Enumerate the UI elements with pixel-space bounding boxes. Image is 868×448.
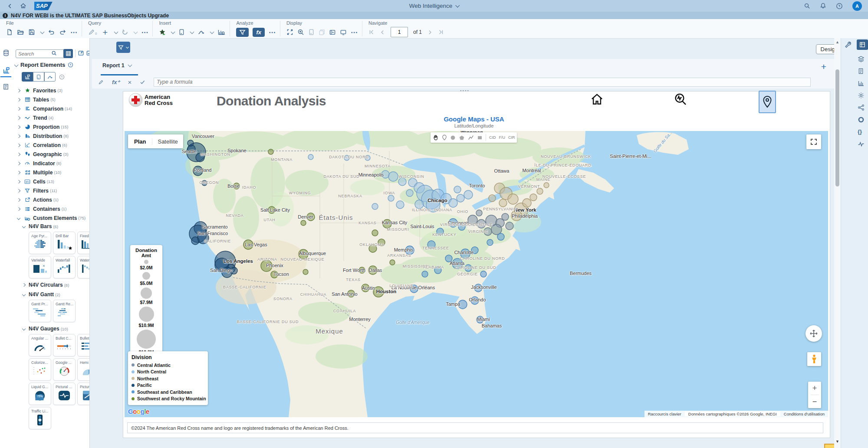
grid-view-button[interactable]: [63, 49, 73, 58]
document-structure-icon[interactable]: [858, 68, 864, 75]
element-card-google-gauge[interactable]: Google ...: [53, 358, 76, 381]
element-card-angular-gauge[interactable]: Angular ...: [29, 334, 51, 356]
element-card-bullet-chart[interactable]: Bullet C...: [53, 334, 76, 356]
refresh-chevron-icon[interactable]: [134, 29, 138, 34]
element-card-gantt-resource[interactable]: Gantt Re...: [53, 300, 76, 322]
cell-elements-toggle[interactable]: [33, 72, 44, 82]
page-mode-icon[interactable]: [308, 29, 315, 36]
donut-chart-icon[interactable]: [858, 116, 865, 123]
element-card-pictural-pulse[interactable]: Pictural ...: [53, 383, 76, 405]
product-title[interactable]: Web Intelligence: [409, 3, 459, 9]
tree-group-indicator[interactable]: Indicator(8): [12, 159, 89, 168]
save-chevron-icon[interactable]: [40, 29, 45, 34]
expand-panel-icon[interactable]: [78, 50, 84, 56]
search-icon[interactable]: [804, 3, 810, 9]
insert-shape-icon[interactable]: [197, 29, 205, 36]
undo-icon[interactable]: [48, 29, 55, 36]
pegman-control[interactable]: [807, 352, 821, 366]
tree-group-trend[interactable]: Trend(4): [12, 113, 89, 122]
tree-group-proportion[interactable]: Proportion(15): [12, 122, 89, 131]
formula-editor-icon[interactable]: fx⁺: [112, 79, 120, 85]
panel-help-icon[interactable]: [68, 62, 73, 68]
formula-edit-icon[interactable]: [98, 79, 106, 85]
fullscreen-button[interactable]: [806, 134, 821, 149]
new-document-icon[interactable]: [6, 29, 13, 36]
home-nav-icon[interactable]: [20, 3, 26, 9]
pin-panel-icon[interactable]: [86, 50, 90, 56]
previous-page-icon[interactable]: [380, 29, 385, 35]
toggles-help-icon[interactable]: [59, 74, 65, 80]
insert-shape-chevron-icon[interactable]: [210, 29, 214, 34]
scroll-down-icon[interactable]: ▼: [835, 439, 839, 444]
first-page-icon[interactable]: [368, 29, 375, 35]
mode-cir-button[interactable]: CIR: [508, 135, 515, 140]
filter-bar-button[interactable]: [116, 42, 130, 53]
outline-icon[interactable]: [329, 29, 336, 36]
tree-group-filters[interactable]: Filters(11): [12, 186, 89, 195]
trend-pulse-icon[interactable]: [858, 141, 865, 147]
panel-title-row[interactable]: Report Elements: [15, 62, 73, 68]
tree-group-tables[interactable]: Tables(5): [12, 95, 89, 104]
analyze-more-icon[interactable]: ⋯: [269, 28, 276, 36]
insert-cell-chevron-icon[interactable]: [190, 29, 194, 34]
braces-icon[interactable]: {}: [858, 128, 862, 135]
search-input[interactable]: [16, 49, 67, 58]
formula-input[interactable]: [154, 78, 811, 87]
shape-elements-toggle[interactable]: [44, 72, 56, 82]
formula-toggle-icon[interactable]: fx: [253, 28, 265, 37]
build-wrench-icon[interactable]: [844, 41, 852, 48]
polyline-tool-icon[interactable]: [468, 135, 474, 141]
polygon-tool-icon[interactable]: [459, 135, 465, 141]
add-query-chevron-icon[interactable]: [114, 29, 118, 34]
share-network-icon[interactable]: [858, 104, 865, 111]
mode-fu-button[interactable]: F/U: [499, 135, 506, 140]
element-card-hemi-gauge[interactable]: Hemi Ga...: [77, 358, 90, 381]
tree-group-geographic[interactable]: Geographic(3): [12, 150, 89, 159]
notification-banner[interactable]: ! N4V FOR WEBI is the ULTIMATE SAP Busin…: [0, 12, 868, 19]
redo-icon[interactable]: [59, 29, 66, 36]
tree-group-cells[interactable]: abcCells(13): [12, 177, 89, 186]
page-number-input[interactable]: [391, 27, 408, 37]
element-card-gantt-project[interactable]: Gantt Pr...: [29, 300, 51, 322]
tree-group-favorites[interactable]: Favorites(3): [12, 86, 89, 95]
rectangle-tool-icon[interactable]: [477, 135, 483, 141]
comments-icon[interactable]: [3, 83, 9, 90]
tree-group-correlation[interactable]: Correlation(6): [12, 141, 89, 150]
google-logo[interactable]: Google: [128, 408, 149, 415]
back-icon[interactable]: [7, 3, 13, 9]
insert-favorite-chevron-icon[interactable]: [171, 29, 175, 34]
pan-control[interactable]: [806, 325, 822, 342]
element-card-colorized-scatter[interactable]: Colorize...: [29, 358, 51, 381]
panel-collapse-icon[interactable]: [14, 63, 19, 67]
tree-group-multiple[interactable]: Multiple(10): [12, 168, 89, 177]
google-map[interactable]: VancouverWinnipegSeattleSpokanePortlandB…: [125, 131, 828, 417]
zoom-icon[interactable]: [297, 29, 304, 36]
report-explore-icon[interactable]: [674, 92, 687, 106]
avatar[interactable]: A: [852, 1, 862, 11]
last-page-icon[interactable]: [438, 29, 444, 35]
search-field-icon[interactable]: [51, 50, 57, 56]
tab-report-1[interactable]: Report 1: [102, 62, 132, 69]
chart-elements-toggle[interactable]: [22, 72, 33, 82]
formula-validate-icon[interactable]: [140, 79, 148, 85]
element-card-traffic-light[interactable]: Traffic Li...: [29, 407, 51, 429]
mode-cid-button[interactable]: CID: [489, 135, 496, 140]
formula-cancel-icon[interactable]: ×: [126, 78, 134, 86]
element-card-pictural-arrow[interactable]: Pictural ...: [77, 383, 90, 405]
chart-settings-icon[interactable]: [858, 80, 865, 87]
open-document-icon[interactable]: [17, 29, 24, 36]
subgroup-n4v-gauges[interactable]: N4V Gauges(10): [12, 325, 89, 333]
scrollbar-thumb[interactable]: [835, 69, 839, 186]
pin-tool-icon[interactable]: [442, 134, 447, 141]
tree-group-comparison[interactable]: Comparison(14): [12, 104, 89, 113]
keyboard-shortcuts-link[interactable]: Raccourcis clavier: [644, 412, 685, 416]
element-card-age-pyramid[interactable]: Age Pyr...: [29, 232, 51, 254]
report-map-icon-active[interactable]: [759, 91, 776, 113]
element-card-waterfall-down[interactable]: Waterfal...: [77, 256, 90, 278]
settings-gear-icon[interactable]: [858, 92, 865, 99]
element-card-waterfall-up[interactable]: Waterfall: [53, 256, 76, 278]
tree-group-actions[interactable]: Actions(1): [12, 195, 89, 204]
add-query-icon[interactable]: ＋: [101, 26, 109, 38]
format-grid-icon-active[interactable]: [857, 39, 868, 50]
file-more-icon[interactable]: ⋯: [70, 28, 77, 36]
